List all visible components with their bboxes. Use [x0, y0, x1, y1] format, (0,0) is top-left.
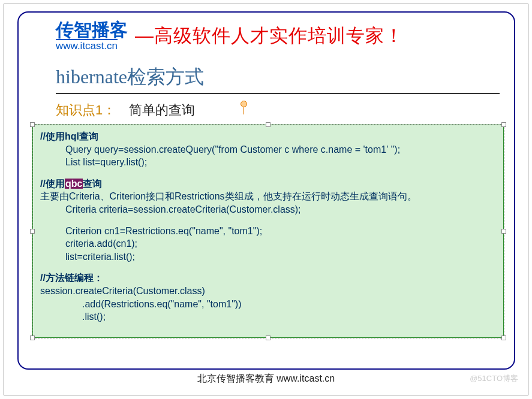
- kp-text: 简单的查询: [129, 101, 195, 119]
- resize-handle-tl[interactable]: [30, 122, 35, 127]
- resize-handle-bl[interactable]: [30, 335, 35, 340]
- blank-line: [40, 169, 496, 177]
- brand-logo: 传智播客 www.itcast.cn: [56, 21, 128, 51]
- code-textbox-selection[interactable]: //使用hql查询 Query query=session.createQuer…: [32, 124, 504, 338]
- resize-handle-tm[interactable]: [266, 122, 270, 127]
- code-line: .list();: [82, 310, 496, 324]
- watermark: @51CTO博客: [470, 373, 518, 384]
- resize-handle-ml[interactable]: [30, 229, 35, 234]
- code-line: Criteria criteria=session.createCriteria…: [65, 203, 496, 216]
- code-line: //使用qbc查询: [40, 177, 496, 191]
- resize-handle-bm[interactable]: [266, 335, 270, 340]
- code-line: criteria.add(cn1);: [65, 237, 496, 250]
- highlighted-word: qbc: [65, 179, 83, 189]
- slide-header: 传智播客 www.itcast.cn —高级软件人才实作培训专家！: [56, 21, 501, 51]
- knowledge-point-row: 知识点1： 简单的查询: [56, 101, 501, 119]
- brand-text: 传智播客: [56, 21, 128, 39]
- slide-footer: 北京传智播客教育 www.itcast.cn: [4, 373, 528, 385]
- code-text: 查询: [83, 179, 102, 189]
- slide-title: hibernate检索方式: [56, 64, 501, 90]
- title-divider: [56, 93, 500, 94]
- brand-url: www.itcast.cn: [56, 39, 118, 51]
- code-line: //使用hql查询: [40, 130, 496, 143]
- code-line: session.createCriteria(Customer.class): [40, 285, 496, 298]
- blank-line: [40, 263, 496, 271]
- code-line: Criterion cn1=Restrictions.eq("name", "t…: [65, 225, 496, 238]
- resize-handle-br[interactable]: [501, 335, 506, 340]
- code-line: list=criteria.list();: [65, 250, 496, 264]
- kp-label: 知识点1：: [56, 101, 116, 119]
- blank-line: [40, 216, 496, 225]
- page-outline: 传智播客 www.itcast.cn —高级软件人才实作培训专家！ hibern…: [4, 4, 528, 395]
- code-line: List list=query.list();: [65, 156, 496, 169]
- brand-name: 传智播客: [56, 21, 128, 39]
- resize-handle-tr[interactable]: [501, 122, 506, 127]
- code-line: 主要由Criteria、Criterion接口和Restrictions类组成，…: [40, 190, 496, 203]
- slide-frame: 传智播客 www.itcast.cn —高级软件人才实作培训专家！ hibern…: [17, 11, 515, 370]
- code-panel: //使用hql查询 Query query=session.createQuer…: [32, 125, 504, 338]
- code-text: //使用: [40, 179, 65, 189]
- caret-indicator-icon: [243, 104, 244, 114]
- code-line: .add(Restrictions.eq("name", "tom1")): [82, 298, 496, 311]
- code-line: //方法链编程：: [40, 271, 496, 285]
- header-tagline: —高级软件人才实作培训专家！: [135, 23, 404, 49]
- resize-handle-mr[interactable]: [501, 229, 506, 234]
- code-line: Query query=session.createQuery("from Cu…: [65, 143, 496, 156]
